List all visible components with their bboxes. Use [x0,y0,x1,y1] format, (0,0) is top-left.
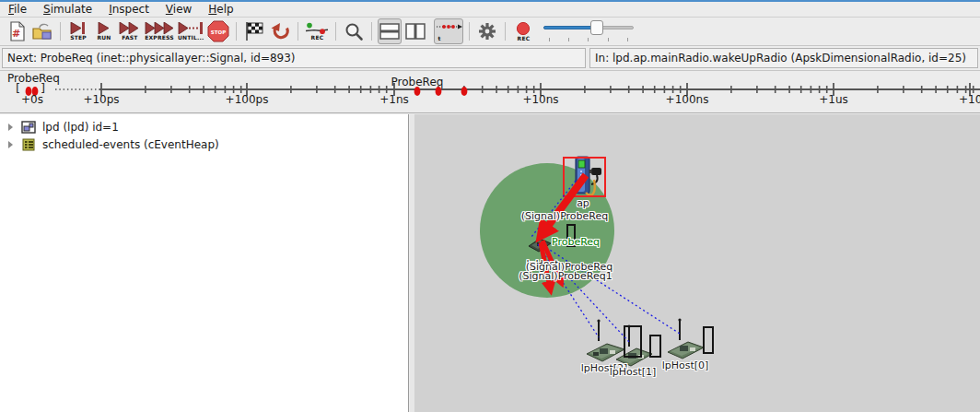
slider-tick [608,38,609,41]
setup-config-button[interactable]: # [5,18,29,44]
slider-tick [568,38,569,41]
express-label: EXPRESS [145,35,174,41]
split-vertical-button[interactable] [403,18,427,44]
step-icon [69,22,88,34]
toolbar-separator [371,22,372,41]
toolbar-separator [505,22,506,41]
timeline-tick-label: +10ps [83,93,119,106]
stop-button[interactable]: STOP [206,18,230,44]
record-video-button[interactable]: REC [511,18,535,44]
fast-icon [119,22,141,34]
video-rec-label: REC [518,36,531,41]
event-heap-icon [21,137,36,152]
menu-help[interactable]: Help [200,2,241,18]
until-icon [178,22,204,34]
compound-module-icon [21,120,36,135]
svg-text:#: # [12,28,20,40]
timeline-tick-label: +1ns [379,93,409,106]
menu-inspect[interactable]: Inspect [100,2,158,18]
menu-simulate[interactable]: Simulate [35,2,100,18]
tree-item-scheduled-events[interactable]: scheduled-events (cEventHeap) [0,135,408,153]
toolbar-separator [298,22,298,41]
magnifier-icon [344,22,364,41]
run-until-button[interactable]: UNTIL... [177,18,204,44]
rebuild-network-button[interactable] [268,18,292,44]
expander-icon[interactable] [8,124,13,131]
gear-icon [478,22,496,41]
host1-label: lpHost[1] [610,367,657,378]
split-horizontal-icon [379,23,400,40]
new-config-icon: # [6,21,27,41]
signal-message-label: (Signal)ProbeReq [521,211,608,222]
timeline-toggle-label: t [438,36,440,41]
run-icon [97,22,111,34]
tree-item-lpd[interactable]: lpd (lpd) id=1 [0,118,408,135]
timeline-tick-label: +100ps [226,93,269,106]
slider-tick [588,38,589,41]
toolbar-separator [236,22,237,41]
expander-icon[interactable] [8,141,13,148]
toolbar-separator [60,22,61,41]
animation-speed-slider[interactable] [543,18,636,44]
radio-link-host0 [542,245,680,334]
stop-label: STOP [211,29,226,35]
event-timeline[interactable]: ProbeReq [ ] ProbeReq +0s +10ps +100ps +… [0,70,980,113]
ap-label: ap [577,198,589,209]
toolbar-separator [469,22,470,41]
eventlog-rec-label: REC [311,35,324,41]
radio-link-ap [531,181,576,237]
toolbar: # STEP RUN [0,18,980,45]
timeline-tick-label: +100ns [666,93,709,106]
checkered-flag-icon [244,21,264,41]
status-bar: Next: ProbeReq (inet::physicallayer::Sig… [0,45,980,70]
slider-tick [627,38,628,41]
stop-icon: STOP [207,20,229,42]
timeline-tick-label: +1us [819,93,848,106]
reload-arrow-icon [271,22,290,41]
slider-fill [543,26,597,29]
inspector-context-label: In: lpd.ap.mainRadio.wakeUpRadio (ApskDi… [589,48,978,68]
express-run-button[interactable]: EXPRESS [144,18,175,44]
menu-view[interactable]: View [158,2,200,18]
host0-label: lpHost[0] [662,360,709,371]
timeline-axis [0,71,980,113]
timeline-tick-label: +0s [21,93,43,106]
fast-run-button[interactable]: FAST [118,18,142,44]
video-rec-icon [515,22,531,35]
open-folder-icon [31,22,53,41]
object-tree-panel[interactable]: lpd (lpd) id=1 scheduled-events (cEventH… [0,114,409,412]
timeline-tick-label: +10 [959,93,980,106]
network-canvas[interactable]: ap (Signal)ProbeReq ProbeReq lpHost (Sig… [414,114,980,412]
step-button[interactable]: STEP [66,18,90,44]
timeline-event-label: ProbeReq [391,76,444,88]
until-label: UNTIL... [178,35,204,41]
eventlog-rec-icon [305,22,329,34]
signal-message-label: (Signal)ProbeReq1 [519,271,612,282]
load-ned-button[interactable] [30,18,54,44]
menu-file[interactable]: File [0,2,35,18]
express-icon [145,22,174,34]
split-vertical-icon [405,23,426,40]
tree-item-label: scheduled-events (cEventHeap) [42,138,219,151]
step-label: STEP [70,35,87,41]
fast-label: FAST [122,35,137,41]
timeline-toggle-button[interactable]: t [434,18,463,44]
split-horizontal-button[interactable] [378,18,402,44]
timeline-bracket-open: [ [16,81,20,95]
timeline-toggle-icon [435,22,462,35]
run-button[interactable]: RUN [92,18,116,44]
find-objects-button[interactable] [342,18,366,44]
slider-tick [549,38,550,41]
toolbar-separator [335,22,336,41]
record-eventlog-button[interactable]: REC [304,18,330,44]
timeline-tick-label: +10ns [522,93,558,106]
run-label: RUN [97,35,111,41]
preferences-button[interactable] [475,18,499,44]
tree-item-label: lpd (lpd) id=1 [42,121,119,134]
conclude-simulation-button[interactable] [242,18,266,44]
slider-handle[interactable] [590,20,603,35]
next-event-label: Next: ProbeReq (inet::physicallayer::Sig… [2,48,586,68]
qtenv-window: File Simulate Inspect View Help # [0,0,980,412]
menu-bar: File Simulate Inspect View Help [0,2,980,18]
